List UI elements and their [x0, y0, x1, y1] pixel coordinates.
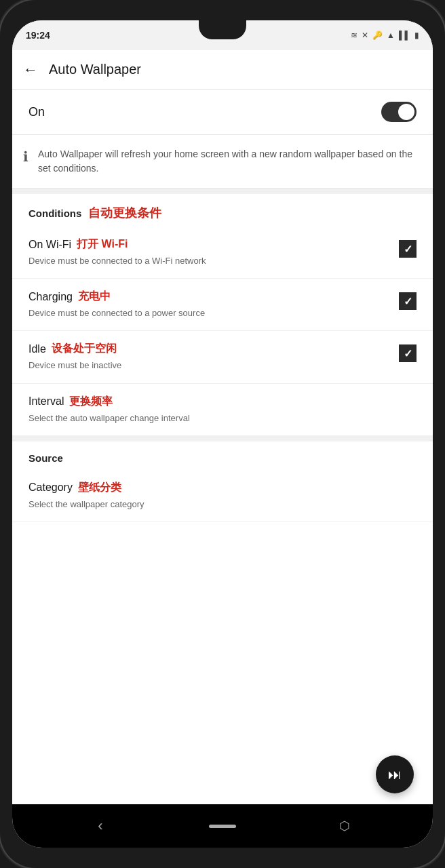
- fab-button[interactable]: ⏭: [376, 755, 414, 793]
- charging-setting-title-cn: 充电中: [78, 290, 111, 304]
- conditions-section-header: Conditions 自动更换条件: [12, 194, 433, 226]
- wifi-setting-row[interactable]: On Wi-Fi 打开 Wi-Fi Device must be connect…: [12, 226, 433, 279]
- idle-setting-content: Idle 设备处于空闲 Device must be inactive: [28, 342, 399, 372]
- category-setting-title: Category: [28, 481, 73, 494]
- home-nav-icon: [209, 825, 236, 828]
- accessibility-nav-button[interactable]: ⬡: [328, 810, 361, 842]
- info-row: ℹ Auto Wallpaper will refresh your home …: [12, 135, 433, 189]
- wifi-checkbox[interactable]: [399, 240, 417, 258]
- idle-setting-row[interactable]: Idle 设备处于空闲 Device must be inactive: [12, 331, 433, 383]
- network-icon: ✕: [362, 31, 368, 40]
- idle-setting-desc: Device must be inactive: [28, 360, 121, 370]
- back-nav-button[interactable]: ‹: [84, 810, 117, 842]
- info-icon: ℹ: [23, 149, 28, 165]
- source-title: Source: [28, 452, 63, 464]
- category-setting-content: Category 壁纸分类 Select the wallpaper categ…: [28, 481, 417, 511]
- page-title: Auto Wallpaper: [49, 62, 141, 77]
- charging-checkbox[interactable]: [399, 292, 417, 310]
- info-description: Auto Wallpaper will refresh your home sc…: [38, 147, 422, 176]
- category-setting-row[interactable]: Category 壁纸分类 Select the wallpaper categ…: [12, 470, 433, 522]
- wifi-icon: ▲: [387, 31, 395, 40]
- notch: [199, 20, 246, 39]
- idle-checkbox[interactable]: [399, 344, 417, 362]
- back-button[interactable]: ←: [23, 61, 38, 79]
- source-section-header: Source: [12, 441, 433, 470]
- interval-setting-desc: Select the auto wallpaper change interva…: [28, 413, 190, 423]
- signal-icon: ≋: [351, 31, 357, 40]
- back-nav-icon: ‹: [98, 817, 102, 835]
- battery-icon: ▮: [414, 31, 419, 40]
- charging-setting-desc: Device must be connected to a power sour…: [28, 308, 205, 318]
- wifi-setting-title-cn: 打开 Wi-Fi: [77, 237, 128, 252]
- content-area: On ℹ Auto Wallpaper will refresh your ho…: [12, 90, 433, 804]
- category-setting-desc: Select the wallpaper category: [28, 499, 144, 509]
- interval-setting-content: Interval 更换频率 Select the auto wallpaper …: [28, 395, 417, 425]
- conditions-title-cn: 自动更换条件: [88, 205, 161, 221]
- signal-bars-icon: ▌▌: [399, 31, 410, 40]
- interval-setting-title-cn: 更换频率: [69, 395, 113, 409]
- conditions-title: Conditions: [28, 208, 81, 219]
- status-icons: ≋ ✕ 🔑 ▲ ▌▌ ▮: [351, 31, 419, 40]
- idle-setting-title: Idle: [28, 343, 46, 355]
- category-setting-title-cn: 壁纸分类: [78, 481, 121, 495]
- toggle-row: On: [12, 90, 433, 135]
- charging-setting-row[interactable]: Charging 充电中 Device must be connected to…: [12, 279, 433, 331]
- source-section-divider: [12, 436, 433, 441]
- auto-wallpaper-toggle[interactable]: [381, 102, 417, 122]
- accessibility-nav-icon: ⬡: [339, 818, 350, 833]
- fab-icon: ⏭: [388, 767, 402, 783]
- toggle-label: On: [28, 105, 45, 119]
- charging-setting-title: Charging: [28, 291, 73, 303]
- idle-setting-title-cn: 设备处于空闲: [52, 342, 117, 356]
- section-divider: [12, 189, 433, 194]
- home-nav-button[interactable]: [206, 810, 239, 842]
- bottom-navigation: ‹ ⬡: [12, 804, 433, 848]
- status-bar: 19:24 ≋ ✕ 🔑 ▲ ▌▌ ▮: [12, 20, 433, 50]
- wifi-setting-content: On Wi-Fi 打开 Wi-Fi Device must be connect…: [28, 237, 399, 267]
- wifi-setting-desc: Device must be connected to a Wi-Fi netw…: [28, 256, 206, 266]
- status-time: 19:24: [26, 30, 50, 41]
- interval-setting-row[interactable]: Interval 更换频率 Select the auto wallpaper …: [12, 384, 433, 436]
- phone-frame: 19:24 ≋ ✕ 🔑 ▲ ▌▌ ▮ ← Auto Wallpaper On: [0, 0, 445, 868]
- app-bar: ← Auto Wallpaper: [12, 50, 433, 90]
- charging-setting-content: Charging 充电中 Device must be connected to…: [28, 290, 399, 319]
- interval-setting-title: Interval: [28, 395, 64, 408]
- wifi-setting-title: On Wi-Fi: [28, 239, 71, 251]
- key-icon: 🔑: [372, 31, 383, 40]
- phone-screen: 19:24 ≋ ✕ 🔑 ▲ ▌▌ ▮ ← Auto Wallpaper On: [12, 20, 433, 848]
